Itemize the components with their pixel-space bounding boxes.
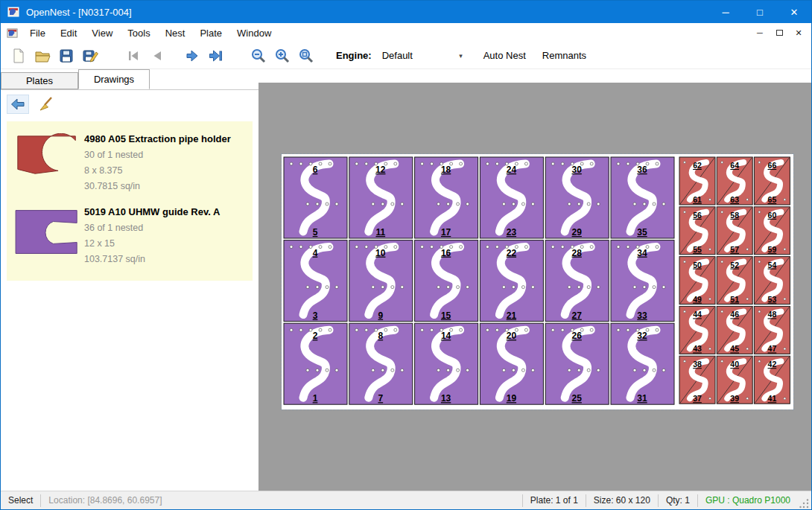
purple-part-pair[interactable]: 43 <box>284 240 347 322</box>
resize-grip[interactable] <box>799 499 810 509</box>
purple-part-pair[interactable]: 2625 <box>545 323 609 404</box>
red-part-pair[interactable]: 5049 <box>679 257 715 305</box>
close-button[interactable]: ✕ <box>777 1 811 23</box>
red-part-pair[interactable]: 6463 <box>717 157 752 205</box>
part-number-label: 17 <box>441 227 451 238</box>
part-number-label: 5 <box>313 227 318 238</box>
red-part-pair[interactable]: 4847 <box>754 306 790 354</box>
menu-item-view[interactable]: View <box>84 25 120 42</box>
nav-next-button[interactable] <box>180 45 203 67</box>
red-part-pair[interactable]: 4443 <box>679 306 715 354</box>
auto-nest-button[interactable]: Auto Nest <box>483 50 526 61</box>
drill-hole <box>447 369 450 372</box>
drill-hole <box>662 286 665 289</box>
red-part-pair[interactable]: 5857 <box>717 207 752 255</box>
purple-part-pair[interactable]: 109 <box>349 240 413 322</box>
remnants-button[interactable]: Remnants <box>542 50 586 61</box>
part-number-label: 55 <box>693 245 702 254</box>
drill-hole <box>784 248 786 250</box>
nav-last-button[interactable] <box>203 45 227 67</box>
part-number-label: 6 <box>313 165 318 175</box>
red-part-pair[interactable]: 3837 <box>679 356 715 404</box>
part-number-label: 48 <box>768 310 777 319</box>
drill-hole <box>290 328 293 331</box>
restore-icon <box>776 30 783 36</box>
drawing-item[interactable]: 4980 A05 Extraction pipe holder 30 of 1 … <box>10 126 250 199</box>
red-part-pair[interactable]: 5453 <box>754 257 790 305</box>
minimize-button[interactable]: ─ <box>708 1 743 23</box>
drawing-nested-count: 30 of 1 nested <box>84 147 231 163</box>
part-number-label: 57 <box>730 245 739 254</box>
drill-hole <box>709 298 711 300</box>
menu-item-plate[interactable]: Plate <box>192 25 229 42</box>
purple-part-pair[interactable]: 1413 <box>415 323 478 404</box>
purple-part-pair[interactable]: 3433 <box>611 240 674 322</box>
drill-hole <box>457 369 460 372</box>
drawing-item[interactable]: 5019 A10 UHMW guide Rev. A 36 of 1 neste… <box>10 199 250 272</box>
purple-part-pair[interactable]: 2827 <box>545 240 609 322</box>
drill-hole <box>568 286 571 289</box>
red-part-pair[interactable]: 4645 <box>717 306 752 354</box>
open-button[interactable] <box>31 45 54 67</box>
drill-hole <box>617 328 620 331</box>
menu-item-window[interactable]: Window <box>229 25 279 42</box>
red-part-pair[interactable]: 5655 <box>679 207 715 255</box>
save-button[interactable] <box>54 45 78 67</box>
mdi-minimize-button[interactable]: ─ <box>752 25 768 40</box>
part-number-label: 15 <box>441 310 451 321</box>
clear-drawings-button[interactable] <box>35 95 57 114</box>
purple-part-pair[interactable]: 65 <box>284 157 347 238</box>
red-part-pair[interactable]: 6059 <box>754 207 790 255</box>
drill-hole <box>643 369 646 372</box>
drill-hole <box>329 162 332 165</box>
mdi-restore-button[interactable] <box>771 25 787 40</box>
red-part-pair[interactable]: 4241 <box>754 356 790 404</box>
purple-part-pair[interactable]: 2019 <box>480 323 543 404</box>
purple-part-pair[interactable]: 3231 <box>611 323 674 404</box>
red-part-pair[interactable]: 4039 <box>717 356 752 404</box>
nest-canvas[interactable]: 6512111817242330293635431091615222128273… <box>258 69 811 491</box>
red-part-pair[interactable]: 6261 <box>679 157 715 205</box>
drill-hole <box>561 246 564 249</box>
purple-part-pair[interactable]: 87 <box>349 323 413 404</box>
part-number-label: 44 <box>693 310 702 319</box>
menu-item-nest[interactable]: Nest <box>158 25 193 42</box>
drill-hole <box>643 203 646 205</box>
part-number-label: 13 <box>441 393 451 404</box>
menu-item-file[interactable]: File <box>22 25 53 42</box>
engine-select[interactable]: Default ▾ <box>378 48 467 64</box>
nav-first-button[interactable] <box>121 45 145 67</box>
purple-part-pair[interactable]: 3635 <box>611 157 674 238</box>
maximize-button[interactable]: □ <box>743 1 777 23</box>
menu-item-tools[interactable]: Tools <box>120 25 157 42</box>
zoom-fit-button[interactable] <box>294 45 318 67</box>
tab-plates[interactable]: Plates <box>1 72 78 89</box>
red-part-pair[interactable]: 6665 <box>754 157 790 205</box>
purple-part-pair[interactable]: 1817 <box>415 157 478 238</box>
import-drawing-button[interactable] <box>7 95 29 114</box>
purple-part-pair[interactable]: 2221 <box>480 240 543 322</box>
menu-item-edit[interactable]: Edit <box>53 25 84 42</box>
plate[interactable]: 6512111817242330293635431091615222128273… <box>282 154 793 409</box>
save-as-button[interactable] <box>78 45 102 67</box>
drill-hole <box>319 328 322 331</box>
drill-hole <box>335 203 338 205</box>
tab-drawings[interactable]: Drawings <box>78 69 150 89</box>
status-qty: Qty: 1 <box>659 495 697 506</box>
purple-part-pair[interactable]: 21 <box>284 323 347 404</box>
zoom-out-button[interactable] <box>247 45 270 67</box>
part-number-label: 2 <box>313 331 318 341</box>
drill-hole <box>524 328 527 331</box>
mdi-close-button[interactable]: ✕ <box>790 25 807 40</box>
drill-hole <box>531 286 534 289</box>
red-part-pair[interactable]: 5251 <box>717 257 752 305</box>
drill-hole <box>437 369 440 372</box>
purple-part-pair[interactable]: 2423 <box>480 157 543 238</box>
nav-prev-button[interactable] <box>145 45 169 67</box>
new-button[interactable] <box>7 45 31 67</box>
app-icon <box>7 6 19 18</box>
zoom-in-button[interactable] <box>270 45 294 67</box>
purple-part-pair[interactable]: 1211 <box>349 157 413 238</box>
purple-part-pair[interactable]: 3029 <box>545 157 609 238</box>
purple-part-pair[interactable]: 1615 <box>415 240 478 322</box>
